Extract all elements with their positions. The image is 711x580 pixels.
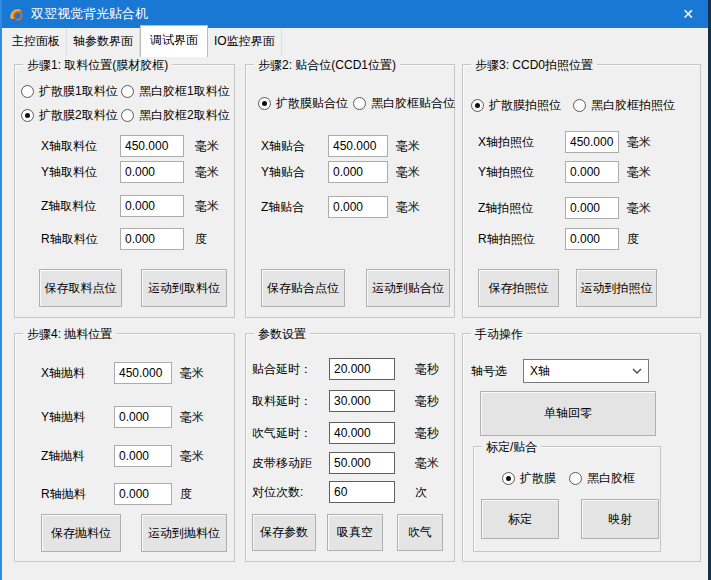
vacuum-button[interactable]: 吸真空 [327,514,383,551]
tab-debug[interactable]: 调试界面 [140,25,208,57]
field-row: Z轴取料位 毫米 [41,195,219,217]
radio-diffuser-film2-pickup[interactable]: 扩散膜2取料位 [21,105,118,125]
radio-bw-frame2-pickup[interactable]: 黑白胶框2取料位 [121,105,230,125]
unit-label: 毫米 [396,199,420,216]
axis-select-dropdown[interactable]: X轴 [523,359,649,383]
unit-label: 度 [195,231,207,248]
radio-bw-frame1-pickup[interactable]: 黑白胶框1取料位 [121,81,230,101]
radio-label: 黑白胶框2取料位 [139,107,230,124]
group-step1-pickup: 步骤1: 取料位置(膜材胶框) 扩散膜1取料位 黑白胶框1取料位 扩散膜2取料位… [14,64,235,318]
radio-icon [121,85,134,98]
close-button[interactable]: ✕ [665,0,711,28]
mapping-button[interactable]: 映射 [581,499,659,539]
pickup-z-input[interactable] [120,195,184,217]
group-manual-operation: 手动操作 轴号选 X轴 单轴回零 标定/贴合 扩散膜 黑白胶框 标定 映射 [462,333,701,562]
radio-diffuser-photo[interactable]: 扩散膜拍照位 [471,95,561,115]
save-photo-position-button[interactable]: 保存拍照位 [478,269,559,307]
field-label: Y轴抛料 [41,409,114,426]
unit-label: 毫秒 [415,361,439,378]
blow-delay-input[interactable] [329,422,395,444]
field-label: X轴取料位 [41,138,120,155]
photo-r-input[interactable] [565,228,619,250]
field-label: Y轴拍照位 [478,164,565,181]
photo-z-input[interactable] [565,197,619,219]
discard-r-input[interactable] [114,483,172,505]
chevron-down-icon [632,368,642,374]
home-single-axis-button[interactable]: 单轴回零 [480,391,656,436]
group-title: 参数设置 [254,326,310,343]
radio-label: 黑白胶框拍照位 [591,97,675,114]
move-to-laminate-button[interactable]: 运动到贴合位 [366,269,450,307]
group-title: 步骤2: 贴合位(CCD1位置) [254,57,400,74]
field-label: R轴拍照位 [478,231,565,248]
radio-label: 扩散膜 [520,470,556,487]
photo-x-input[interactable] [565,131,619,153]
radio-label: 黑白胶框贴合位 [371,95,455,112]
radio-diffuser-laminate[interactable]: 扩散膜贴合位 [258,93,348,113]
discard-x-input[interactable] [114,362,172,384]
move-to-discard-button[interactable]: 运动到抛料位 [141,514,227,552]
save-pickup-position-button[interactable]: 保存取料点位 [39,269,122,307]
blow-button[interactable]: 吹气 [397,514,443,551]
laminate-y-input[interactable] [328,161,388,183]
group-title: 步骤4: 抛料位置 [23,326,116,343]
radio-icon [573,99,586,112]
radio-icon [258,97,271,110]
group-step4-discard: 步骤4: 抛料位置 X轴抛料 毫米 Y轴抛料 毫米 Z轴抛料 毫米 R轴抛料 度… [14,333,235,562]
tab-axis-params[interactable]: 轴参数界面 [67,29,140,56]
unit-label: 度 [180,486,192,503]
group-title: 标定/贴合 [482,439,541,456]
field-row: Y轴抛料 毫米 [41,406,204,428]
belt-move-distance-input[interactable] [329,452,395,474]
radio-bw-frame-laminate[interactable]: 黑白胶框贴合位 [353,93,455,113]
unit-label: 毫米 [627,200,651,217]
tab-io-monitor[interactable]: IO监控界面 [208,29,282,56]
unit-label: 毫米 [396,164,420,181]
discard-z-input[interactable] [114,445,172,467]
field-label: 对位次数: [252,484,329,501]
radio-bw-frame-photo[interactable]: 黑白胶框拍照位 [573,95,675,115]
unit-label: 毫米 [195,164,219,181]
align-count-input[interactable] [329,481,395,503]
group-title: 步骤3: CCD0拍照位置 [471,57,597,74]
radio-label: 扩散膜贴合位 [276,95,348,112]
unit-label: 毫米 [195,198,219,215]
field-label: X轴抛料 [41,365,114,382]
field-label: Y轴取料位 [41,164,120,181]
tab-main-panel[interactable]: 主控面板 [6,29,67,56]
pickup-y-input[interactable] [120,161,184,183]
move-to-pickup-button[interactable]: 运动到取料位 [141,269,227,307]
radio-icon [502,472,515,485]
axis-selected-value: X轴 [530,363,550,380]
tab-bar: 主控面板 轴参数界面 调试界面 IO监控界面 [6,28,282,56]
save-discard-position-button[interactable]: 保存抛料位 [41,514,121,552]
app-logo-icon [8,6,24,22]
unit-label: 次 [415,484,427,501]
radio-diffuser-calib[interactable]: 扩散膜 [502,468,556,488]
discard-y-input[interactable] [114,406,172,428]
laminate-x-input[interactable] [328,135,388,157]
calibrate-button[interactable]: 标定 [481,499,559,539]
radio-bw-frame-calib[interactable]: 黑白胶框 [569,468,635,488]
unit-label: 毫米 [195,138,219,155]
field-label: Y轴贴合 [261,164,328,181]
unit-label: 毫米 [396,138,420,155]
photo-y-input[interactable] [565,161,619,183]
pickup-r-input[interactable] [120,228,184,250]
laminate-z-input[interactable] [328,196,388,218]
move-to-photo-button[interactable]: 运动到拍照位 [576,269,657,307]
radio-icon [353,97,366,110]
save-laminate-position-button[interactable]: 保存贴合点位 [261,269,345,307]
field-label: Z轴取料位 [41,198,120,215]
radio-icon [121,109,134,122]
field-label: 皮带移动距 [252,455,329,472]
unit-label: 毫米 [180,448,204,465]
radio-diffuser-film1-pickup[interactable]: 扩散膜1取料位 [21,81,118,101]
group-title: 手动操作 [471,326,527,343]
save-params-button[interactable]: 保存参数 [252,514,316,551]
pickup-delay-input[interactable] [329,390,395,412]
group-title: 步骤1: 取料位置(膜材胶框) [23,57,172,74]
radio-icon [21,109,34,122]
pickup-x-input[interactable] [120,135,184,157]
laminate-delay-input[interactable] [329,358,395,380]
